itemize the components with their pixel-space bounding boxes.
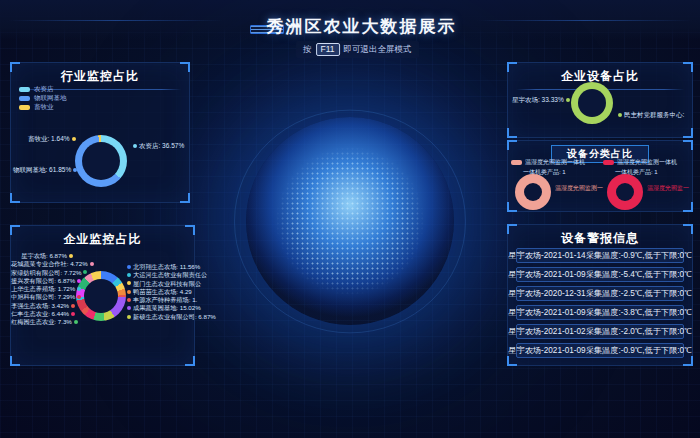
series-dot	[127, 306, 131, 310]
device-class-chart-1: 温湿度光照监测一体机 一体机类产品: 1 温湿度光照监测一	[511, 158, 599, 210]
class-donut-chart[interactable]	[607, 174, 643, 210]
series-dot	[71, 312, 75, 316]
callout-iot: 物联网基地: 61.85%	[13, 166, 79, 175]
alert-row[interactable]: 星宇农场-2021-01-02采集温度:-2.0℃,低于下限:0℃	[516, 324, 684, 339]
donut-hole	[578, 89, 606, 117]
alert-row[interactable]: 星宇农场-2020-12-31采集温度:-2.5℃,低于下限:0℃	[516, 286, 684, 301]
series-dot	[127, 265, 131, 269]
device-class-chart-2: 温湿度光照监测一体机 一体机类产品: 1 温湿度光照监一	[603, 158, 691, 210]
panel-device-class: 设备分类占比 温湿度光照监测一体机 一体机类产品: 1 温湿度光照监测一 温湿度…	[507, 140, 693, 212]
series-dot	[127, 298, 131, 302]
page-title: 秀洲区农业大数据展示	[266, 15, 456, 38]
alert-text: 星宇农场-2021-01-09采集温度:-3.8℃,低于下限:0℃	[508, 307, 691, 318]
industry-legend: 农资店 物联网基地 畜牧业	[19, 85, 67, 112]
legend-item[interactable]: 温湿度光照监测一体机	[511, 158, 599, 167]
alert-text: 星宇农场-2020-12-31采集温度:-2.5℃,低于下限:0℃	[508, 288, 691, 299]
panel-title: 行业监控占比	[11, 63, 189, 85]
globe-dot-map	[275, 146, 425, 296]
class-donut-chart[interactable]	[515, 174, 551, 210]
callout-device-right: 民主村党群服务中心:	[616, 111, 684, 120]
legend-label: 物联网基地	[34, 94, 67, 103]
callout-dot	[73, 168, 77, 172]
alert-text: 星宇农场-2021-01-09采集温度:-0.9℃,低于下限:0℃	[508, 345, 691, 356]
series-dot	[90, 262, 94, 266]
series-label: 援兴发有限公司: 6.87%	[11, 277, 75, 285]
globe-visual	[246, 117, 454, 325]
header-decor-line-right	[477, 20, 692, 21]
series-label: 上华生态养殖场: 1.72%	[11, 285, 75, 293]
panel-industry-monitor: 行业监控占比 农资店 物联网基地 畜牧业 畜牧业: 1.64% 农资店: 36.…	[10, 62, 190, 203]
series-label: 新硕生态农业有限公司: 6.87%	[125, 313, 197, 321]
hint-prefix: 按	[303, 44, 312, 56]
series-label: 丰源水产特种养殖场: 1.	[125, 296, 197, 304]
hint-suffix: 即可退出全屏模式	[344, 44, 412, 56]
alert-list: 星宇农场-2021-01-14采集温度:-0.9℃,低于下限:0℃ 星宇农场-2…	[516, 248, 684, 362]
series-label: 花城蔬菜专业合作社: 4.72%	[11, 260, 75, 268]
legend-label: 温湿度光照监测一体机	[525, 158, 585, 167]
callout-device-left: 星宇农场: 33.33%	[512, 96, 568, 105]
series-dot	[127, 315, 131, 319]
donut-hole	[524, 183, 542, 201]
alert-text: 星宇农场-2021-01-14采集温度:-0.9℃,低于下限:0℃	[508, 250, 691, 261]
callout-livestock: 畜牧业: 1.64%	[28, 135, 78, 144]
series-label: 中旭科有限公司: 7.29%	[11, 293, 75, 301]
series-dot	[71, 304, 75, 308]
monitor-labels-right: 北羽翔生态农场: 11.56% 大运河生态牧业有限责任公 屋门生态农业科技有限公…	[125, 263, 197, 321]
alert-row[interactable]: 星宇农场-2021-01-09采集温度:-5.4℃,低于下限:0℃	[516, 267, 684, 282]
header-decor-line-left	[8, 20, 223, 21]
callout-dot	[618, 113, 622, 117]
series-label: 成果蔬菜园基地: 15.02%	[125, 304, 197, 312]
legend-item[interactable]: 农资店	[19, 85, 67, 94]
series-label: 仁丰生态农业: 6.44%	[11, 310, 75, 318]
alert-row[interactable]: 星宇农场-2021-01-09采集温度:-3.8℃,低于下限:0℃	[516, 305, 684, 320]
f11-keycap: F11	[316, 43, 340, 56]
legend-item[interactable]: 物联网基地	[19, 94, 67, 103]
alert-row[interactable]: 星宇农场-2021-01-14采集温度:-0.9℃,低于下限:0℃	[516, 248, 684, 263]
panel-enterprise-device: 企业设备占比 星宇农场: 33.33% 民主村党群服务中心:	[507, 62, 693, 138]
series-label: 鸭苗苗生态农场: 4.29	[125, 288, 197, 296]
donut-hole	[84, 279, 118, 313]
panel-enterprise-monitor: 企业监控占比 星宇农场: 6.87% 花城蔬菜专业合作社: 4.72% 家绿纺织…	[10, 225, 195, 366]
panel-title: 企业监控占比	[11, 226, 194, 248]
device-donut-chart[interactable]	[571, 82, 613, 124]
legend-item[interactable]: 畜牧业	[19, 103, 67, 112]
series-dot	[127, 290, 131, 294]
series-label: 李强生态农场: 3.42%	[11, 302, 75, 310]
callout-dot	[566, 98, 570, 102]
alert-text: 星宇农场-2021-01-09采集温度:-5.4℃,低于下限:0℃	[508, 269, 691, 280]
series-dot	[69, 254, 73, 258]
dashboard: 秀洲区农业大数据展示 按 F11 即可退出全屏模式 行业监控占比 农资店 物联网…	[0, 0, 700, 438]
legend-swatch-icon	[511, 160, 522, 165]
callout: 温湿度光照监测一	[555, 184, 603, 193]
series-label: 北羽翔生态农场: 11.56%	[125, 263, 197, 271]
industry-donut-chart[interactable]	[75, 135, 127, 187]
legend-swatch-icon	[19, 96, 30, 101]
monitor-labels-left: 星宇农场: 6.87% 花城蔬菜专业合作社: 4.72% 家绿纺织有限公司: 7…	[11, 252, 75, 327]
donut-hole	[82, 142, 120, 180]
panel-device-alerts: 设备警报信息 星宇农场-2021-01-14采集温度:-0.9℃,低于下限:0℃…	[507, 224, 693, 366]
legend-item[interactable]: 温湿度光照监测一体机	[603, 158, 691, 167]
legend-label: 农资店	[34, 85, 54, 94]
series-label: 星宇农场: 6.87%	[11, 252, 75, 260]
alert-text: 星宇农场-2021-01-02采集温度:-2.0℃,低于下限:0℃	[508, 326, 691, 337]
header-bar: 秀洲区农业大数据展示	[0, 0, 700, 40]
series-label: 大运河生态牧业有限责任公	[125, 271, 197, 279]
enterprise-donut-chart[interactable]	[76, 271, 126, 321]
legend-swatch-icon	[603, 160, 614, 165]
series-label: 屋门生态农业科技有限公	[125, 280, 197, 288]
series-dot	[127, 281, 131, 285]
legend-swatch-icon	[19, 87, 30, 92]
series-label: 家绿纺织有限公司: 7.72%	[11, 269, 75, 277]
series-dot	[74, 320, 78, 324]
callout-dot	[133, 144, 137, 148]
callout-store: 农资店: 36.57%	[131, 142, 184, 151]
callout: 温湿度光照监一	[647, 184, 689, 193]
legend-label: 温湿度光照监测一体机	[617, 158, 677, 167]
series-label: 红梅园生态农业: 7.3%	[11, 318, 75, 326]
panel-title: 企业设备占比	[508, 63, 692, 85]
legend-swatch-icon	[19, 105, 30, 110]
series-dot	[127, 273, 131, 277]
alert-row[interactable]: 星宇农场-2021-01-09采集温度:-0.9℃,低于下限:0℃	[516, 343, 684, 358]
fullscreen-hint: 按 F11 即可退出全屏模式	[296, 41, 419, 58]
callout-dot	[72, 137, 76, 141]
